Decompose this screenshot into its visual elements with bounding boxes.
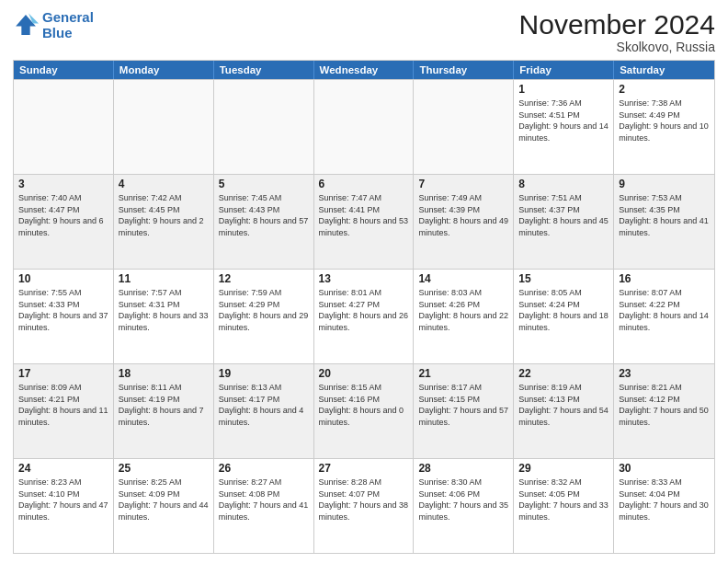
day-cell-17: 17Sunrise: 8:09 AM Sunset: 4:21 PM Dayli…	[14, 364, 114, 458]
day-header-saturday: Saturday	[614, 61, 714, 79]
day-info: Sunrise: 7:38 AM Sunset: 4:49 PM Dayligh…	[619, 98, 710, 144]
calendar-week-1: 1Sunrise: 7:36 AM Sunset: 4:51 PM Daylig…	[14, 79, 714, 174]
day-cell-9: 9Sunrise: 7:53 AM Sunset: 4:35 PM Daylig…	[614, 175, 714, 269]
day-info: Sunrise: 8:30 AM Sunset: 4:06 PM Dayligh…	[418, 477, 508, 523]
day-number: 3	[18, 178, 108, 190]
day-info: Sunrise: 8:11 AM Sunset: 4:19 PM Dayligh…	[119, 382, 209, 428]
calendar-week-3: 10Sunrise: 7:55 AM Sunset: 4:33 PM Dayli…	[14, 269, 714, 363]
day-info: Sunrise: 7:59 AM Sunset: 4:29 PM Dayligh…	[219, 287, 309, 333]
title-block: November 2024 Skolkovo, Russia	[519, 9, 715, 54]
day-number: 22	[518, 367, 609, 380]
day-cell-13: 13Sunrise: 8:01 AM Sunset: 4:27 PM Dayli…	[314, 270, 415, 363]
day-number: 4	[119, 178, 209, 190]
calendar-week-5: 24Sunrise: 8:23 AM Sunset: 4:10 PM Dayli…	[14, 458, 714, 553]
day-number: 30	[619, 462, 710, 475]
empty-cell	[14, 80, 114, 174]
calendar-week-4: 17Sunrise: 8:09 AM Sunset: 4:21 PM Dayli…	[14, 363, 714, 458]
day-header-tuesday: Tuesday	[214, 61, 314, 79]
day-number: 28	[418, 462, 508, 475]
logo-text: General Blue	[42, 9, 94, 41]
day-number: 24	[18, 462, 108, 475]
day-cell-20: 20Sunrise: 8:15 AM Sunset: 4:16 PM Dayli…	[314, 364, 415, 458]
day-info: Sunrise: 7:55 AM Sunset: 4:33 PM Dayligh…	[18, 287, 108, 333]
day-header-monday: Monday	[114, 61, 214, 79]
day-cell-1: 1Sunrise: 7:36 AM Sunset: 4:51 PM Daylig…	[514, 80, 614, 174]
day-number: 11	[119, 272, 209, 285]
day-number: 2	[619, 83, 710, 96]
day-number: 1	[518, 83, 609, 96]
day-number: 10	[18, 272, 108, 285]
day-cell-23: 23Sunrise: 8:21 AM Sunset: 4:12 PM Dayli…	[614, 364, 714, 458]
day-info: Sunrise: 8:13 AM Sunset: 4:17 PM Dayligh…	[219, 382, 309, 428]
empty-cell	[114, 80, 214, 174]
day-info: Sunrise: 7:45 AM Sunset: 4:43 PM Dayligh…	[219, 192, 309, 238]
day-number: 27	[319, 462, 409, 475]
day-info: Sunrise: 7:40 AM Sunset: 4:47 PM Dayligh…	[18, 192, 108, 238]
empty-cell	[214, 80, 314, 174]
day-number: 15	[518, 272, 609, 285]
day-info: Sunrise: 8:25 AM Sunset: 4:09 PM Dayligh…	[119, 477, 209, 523]
day-number: 5	[219, 178, 309, 190]
calendar-week-2: 3Sunrise: 7:40 AM Sunset: 4:47 PM Daylig…	[14, 174, 714, 269]
day-number: 19	[219, 367, 309, 380]
day-number: 16	[619, 272, 710, 285]
day-info: Sunrise: 8:03 AM Sunset: 4:26 PM Dayligh…	[418, 287, 508, 333]
calendar-body: 1Sunrise: 7:36 AM Sunset: 4:51 PM Daylig…	[14, 79, 714, 553]
day-info: Sunrise: 7:42 AM Sunset: 4:45 PM Dayligh…	[119, 192, 209, 238]
day-info: Sunrise: 7:36 AM Sunset: 4:51 PM Dayligh…	[518, 98, 609, 144]
day-info: Sunrise: 8:19 AM Sunset: 4:13 PM Dayligh…	[518, 382, 609, 428]
day-cell-19: 19Sunrise: 8:13 AM Sunset: 4:17 PM Dayli…	[214, 364, 314, 458]
day-cell-11: 11Sunrise: 7:57 AM Sunset: 4:31 PM Dayli…	[114, 270, 214, 363]
day-cell-6: 6Sunrise: 7:47 AM Sunset: 4:41 PM Daylig…	[314, 175, 415, 269]
day-number: 25	[119, 462, 209, 475]
day-info: Sunrise: 7:51 AM Sunset: 4:37 PM Dayligh…	[518, 192, 609, 238]
day-info: Sunrise: 8:28 AM Sunset: 4:07 PM Dayligh…	[319, 477, 409, 523]
calendar-header: SundayMondayTuesdayWednesdayThursdayFrid…	[14, 61, 714, 79]
calendar: SundayMondayTuesdayWednesdayThursdayFrid…	[13, 60, 715, 554]
page: General Blue November 2024 Skolkovo, Rus…	[0, 0, 728, 563]
day-cell-26: 26Sunrise: 8:27 AM Sunset: 4:08 PM Dayli…	[214, 459, 314, 553]
day-cell-15: 15Sunrise: 8:05 AM Sunset: 4:24 PM Dayli…	[514, 270, 614, 363]
day-info: Sunrise: 7:53 AM Sunset: 4:35 PM Dayligh…	[619, 192, 710, 238]
day-info: Sunrise: 8:09 AM Sunset: 4:21 PM Dayligh…	[18, 382, 108, 428]
day-number: 17	[18, 367, 108, 380]
day-number: 14	[418, 272, 508, 285]
day-info: Sunrise: 8:07 AM Sunset: 4:22 PM Dayligh…	[619, 287, 710, 333]
day-number: 20	[319, 367, 409, 380]
day-info: Sunrise: 8:32 AM Sunset: 4:05 PM Dayligh…	[518, 477, 609, 523]
day-info: Sunrise: 8:23 AM Sunset: 4:10 PM Dayligh…	[18, 477, 108, 523]
day-number: 21	[418, 367, 508, 380]
day-cell-21: 21Sunrise: 8:17 AM Sunset: 4:15 PM Dayli…	[414, 364, 514, 458]
day-number: 12	[219, 272, 309, 285]
day-cell-22: 22Sunrise: 8:19 AM Sunset: 4:13 PM Dayli…	[514, 364, 614, 458]
day-number: 23	[619, 367, 710, 380]
logo-icon	[13, 12, 39, 38]
day-header-wednesday: Wednesday	[314, 61, 415, 79]
subtitle: Skolkovo, Russia	[519, 40, 715, 54]
day-cell-16: 16Sunrise: 8:07 AM Sunset: 4:22 PM Dayli…	[614, 270, 714, 363]
day-info: Sunrise: 8:27 AM Sunset: 4:08 PM Dayligh…	[219, 477, 309, 523]
day-number: 9	[619, 178, 710, 190]
day-cell-4: 4Sunrise: 7:42 AM Sunset: 4:45 PM Daylig…	[114, 175, 214, 269]
day-cell-30: 30Sunrise: 8:33 AM Sunset: 4:04 PM Dayli…	[614, 459, 714, 553]
logo: General Blue	[13, 9, 94, 41]
day-header-friday: Friday	[514, 61, 614, 79]
day-number: 6	[319, 178, 409, 190]
day-header-sunday: Sunday	[14, 61, 114, 79]
day-cell-5: 5Sunrise: 7:45 AM Sunset: 4:43 PM Daylig…	[214, 175, 314, 269]
day-info: Sunrise: 7:57 AM Sunset: 4:31 PM Dayligh…	[119, 287, 209, 333]
day-info: Sunrise: 8:01 AM Sunset: 4:27 PM Dayligh…	[319, 287, 409, 333]
day-cell-7: 7Sunrise: 7:49 AM Sunset: 4:39 PM Daylig…	[414, 175, 514, 269]
day-cell-25: 25Sunrise: 8:25 AM Sunset: 4:09 PM Dayli…	[114, 459, 214, 553]
day-info: Sunrise: 8:15 AM Sunset: 4:16 PM Dayligh…	[319, 382, 409, 428]
day-cell-2: 2Sunrise: 7:38 AM Sunset: 4:49 PM Daylig…	[614, 80, 714, 174]
day-cell-3: 3Sunrise: 7:40 AM Sunset: 4:47 PM Daylig…	[14, 175, 114, 269]
day-number: 18	[119, 367, 209, 380]
day-number: 8	[518, 178, 609, 190]
day-info: Sunrise: 7:49 AM Sunset: 4:39 PM Dayligh…	[418, 192, 508, 238]
day-info: Sunrise: 7:47 AM Sunset: 4:41 PM Dayligh…	[319, 192, 409, 238]
day-cell-29: 29Sunrise: 8:32 AM Sunset: 4:05 PM Dayli…	[514, 459, 614, 553]
day-cell-12: 12Sunrise: 7:59 AM Sunset: 4:29 PM Dayli…	[214, 270, 314, 363]
day-cell-18: 18Sunrise: 8:11 AM Sunset: 4:19 PM Dayli…	[114, 364, 214, 458]
empty-cell	[314, 80, 415, 174]
